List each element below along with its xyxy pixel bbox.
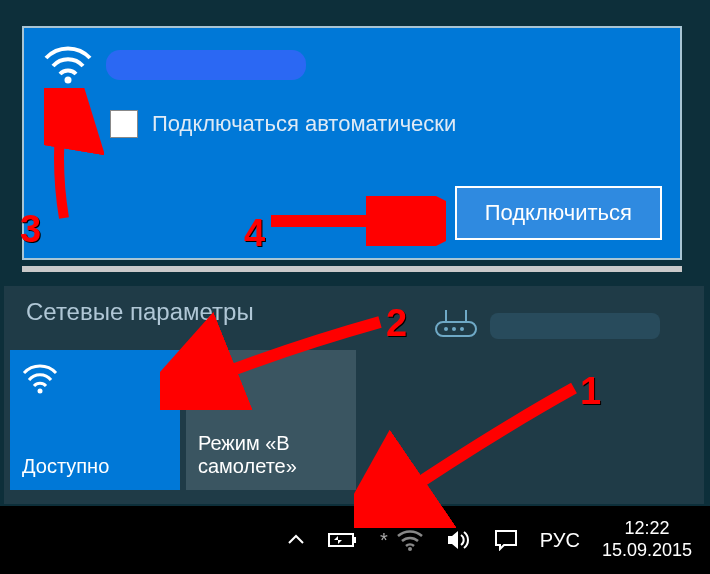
connect-button[interactable]: Подключиться (455, 186, 662, 240)
svg-point-10 (408, 547, 412, 551)
ime-indicator[interactable]: РУС (540, 529, 580, 552)
airplane-tile-label: Режим «В самолете» (198, 432, 344, 478)
svg-point-0 (65, 77, 72, 84)
clock[interactable]: 12:22 15.09.2015 (602, 518, 692, 561)
clock-date: 15.09.2015 (602, 540, 692, 562)
network-flyout-selected: Подключаться автоматически Подключиться (22, 26, 682, 260)
network-settings-panel: Сетевые параметры Дос (4, 286, 704, 504)
router-icon (434, 310, 478, 342)
connected-network (434, 310, 660, 342)
network-name (106, 50, 306, 80)
tray-chevron-up-icon[interactable] (286, 530, 306, 550)
auto-connect-checkbox[interactable] (110, 110, 138, 138)
svg-point-4 (444, 327, 448, 331)
svg-point-6 (460, 327, 464, 331)
wifi-tile-label: Доступно (22, 455, 168, 478)
taskbar: * РУС 12:22 15.09.2015 (0, 506, 710, 574)
wifi-icon (44, 46, 92, 84)
battery-icon[interactable] (328, 530, 358, 550)
auto-connect-label: Подключаться автоматически (152, 111, 456, 137)
svg-point-7 (38, 389, 43, 394)
airplane-mode-tile[interactable]: Режим «В самолете» (186, 350, 356, 490)
volume-icon[interactable] (446, 529, 472, 551)
wifi-tray-icon[interactable] (396, 529, 424, 551)
svg-point-5 (452, 327, 456, 331)
wifi-quick-tile[interactable]: Доступно (10, 350, 180, 490)
connected-network-name (490, 313, 660, 339)
svg-rect-9 (353, 537, 356, 543)
network-settings-title: Сетевые параметры (26, 298, 254, 326)
wifi-icon (22, 364, 58, 398)
clock-time: 12:22 (602, 518, 692, 540)
wifi-alert-icon: * (380, 529, 388, 552)
action-center-icon[interactable] (494, 529, 518, 551)
airplane-icon (198, 364, 234, 404)
panel-divider (22, 266, 682, 272)
